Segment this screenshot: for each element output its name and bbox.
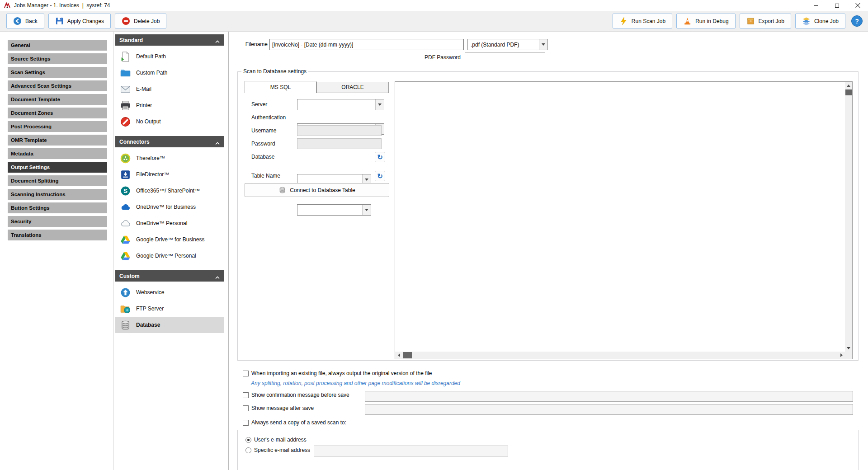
email-icon [120, 84, 131, 95]
database-icon [278, 186, 286, 194]
output-settings-main: Filename .pdf (Standard PDF) PDF Passwor… [229, 32, 868, 470]
filename-input[interactable] [269, 39, 464, 50]
webservice-icon [120, 287, 131, 298]
refresh-databases-button[interactable]: ↻ [375, 152, 385, 162]
sidebar-item-document-splitting[interactable]: Document Splitting [8, 175, 107, 186]
back-icon [13, 17, 22, 25]
output-item-filedirector[interactable]: FileDirector™ [115, 166, 224, 183]
back-label: Back [25, 18, 38, 24]
onedrive-business-icon [120, 202, 131, 213]
collapse-chevron-icon[interactable] [215, 38, 220, 42]
sidebar-item-advanced-scan-settings[interactable]: Advanced Scan Settings [8, 80, 107, 91]
output-group-header-standard[interactable]: Standard [115, 34, 224, 46]
user-email-radio[interactable] [245, 437, 251, 443]
sidebar-item-scan-settings[interactable]: Scan Settings [8, 67, 107, 78]
apply-changes-label: Apply Changes [67, 18, 104, 24]
connect-to-database-button[interactable]: Connect to Database Table [245, 183, 389, 197]
output-group-header-connectors[interactable]: Connectors [115, 136, 224, 147]
scroll-right-button[interactable] [838, 352, 845, 359]
output-item-database[interactable]: Database [115, 317, 224, 333]
sidebar-item-omr-template[interactable]: OMR Template [8, 135, 107, 146]
output-item-ftp-server[interactable]: FTP Server [115, 301, 224, 317]
server-dropdown[interactable] [297, 99, 384, 110]
run-scan-job-button[interactable]: Run Scan Job [613, 14, 672, 28]
scroll-down-button[interactable] [845, 344, 852, 352]
scan-to-database-groupbox: Scan to Database settings MS SQL ORACLE … [237, 71, 859, 361]
export-job-button[interactable]: Export Job [740, 14, 791, 28]
sidebar-item-document-zones[interactable]: Document Zones [8, 108, 107, 118]
authentication-label: Authentication [251, 112, 295, 123]
message-after-save-checkbox[interactable] [243, 405, 249, 411]
sidebar-item-output-settings[interactable]: Output Settings [8, 162, 107, 173]
user-email-option: User's e-mail address [245, 437, 307, 443]
sidebar-item-post-processing[interactable]: Post Processing [8, 121, 107, 132]
vertical-scrollbar[interactable] [845, 82, 852, 352]
file-format-value: .pdf (Standard PDF) [471, 42, 519, 48]
specific-email-radio[interactable] [245, 447, 251, 453]
apply-changes-button[interactable]: Apply Changes [48, 14, 111, 28]
output-item-google-drive-business[interactable]: Google Drive™ for Business [115, 231, 224, 248]
sidebar-item-translations[interactable]: Translations [8, 230, 107, 240]
group-gap [115, 264, 224, 270]
output-group-title: Custom [119, 273, 140, 279]
message-after-save-input [365, 404, 853, 415]
help-button[interactable]: ? [851, 15, 863, 27]
connect-to-database-label: Connect to Database Table [290, 187, 355, 193]
sidebar-item-document-template[interactable]: Document Template [8, 94, 107, 105]
output-item-printer[interactable]: Printer [115, 97, 224, 113]
collapse-chevron-icon[interactable] [215, 140, 220, 144]
output-item-onedrive-personal[interactable]: OneDrive™ Personal [115, 215, 224, 231]
close-button[interactable] [847, 0, 868, 11]
tab-oracle[interactable]: ORACLE [316, 82, 389, 93]
output-item-google-drive-personal[interactable]: Google Drive™ Personal [115, 248, 224, 264]
tab-mssql[interactable]: MS SQL [245, 81, 316, 93]
confirm-save-checkbox[interactable] [243, 392, 249, 398]
output-item-no-output[interactable]: No Output [115, 113, 224, 130]
import-original-checkbox[interactable] [243, 371, 249, 376]
output-item-label: Default Path [136, 53, 166, 60]
output-item-webservice[interactable]: Webservice [115, 284, 224, 301]
output-item-default-path[interactable]: Default Path [115, 48, 224, 65]
horizontal-scrollbar[interactable] [395, 352, 845, 359]
back-button[interactable]: Back [6, 14, 44, 28]
sidebar-item-button-settings[interactable]: Button Settings [8, 202, 107, 213]
specific-email-label: Specific e-mail address [254, 447, 310, 453]
output-item-sharepoint[interactable]: S Office365™/ SharePoint™ [115, 183, 224, 199]
vertical-scroll-thumb[interactable] [845, 89, 852, 95]
database-label: Database [251, 151, 295, 163]
scroll-left-button[interactable] [395, 352, 402, 359]
output-item-label: Webservice [136, 289, 164, 296]
output-item-email[interactable]: E-Mail [115, 81, 224, 97]
horizontal-scroll-thumb[interactable] [403, 352, 412, 358]
delete-job-label: Delete Job [134, 18, 160, 24]
output-item-custom-path[interactable]: Custom Path [115, 65, 224, 81]
specific-email-option: Specific e-mail address [245, 447, 310, 453]
minimize-button[interactable] [806, 0, 826, 11]
sidebar-item-security[interactable]: Security [8, 216, 107, 227]
collapse-chevron-icon[interactable] [215, 274, 220, 278]
pdf-password-input[interactable] [465, 52, 545, 63]
sidebar-item-metadata[interactable]: Metadata [8, 148, 107, 159]
output-group-header-custom[interactable]: Custom [115, 270, 224, 282]
run-in-debug-button[interactable]: Run in Debug [676, 14, 735, 28]
sidebar-item-general[interactable]: General [8, 40, 107, 51]
file-format-dropdown[interactable]: .pdf (Standard PDF) [467, 39, 548, 50]
send-copy-checkbox[interactable] [243, 420, 249, 426]
clone-job-button[interactable]: Clone Job [795, 14, 845, 28]
sidebar-item-scanning-instructions[interactable]: Scanning Instructions [8, 189, 107, 200]
onedrive-personal-icon [120, 218, 131, 229]
table-name-dropdown[interactable] [297, 204, 371, 216]
output-item-therefore[interactable]: Therefore™ [115, 150, 224, 166]
svg-text:S: S [123, 188, 127, 194]
sidebar-item-source-settings[interactable]: Source Settings [8, 53, 107, 64]
export-job-label: Export Job [759, 18, 784, 24]
delete-job-button[interactable]: Delete Job [115, 14, 166, 28]
maximize-button[interactable] [826, 0, 847, 11]
save-icon [55, 17, 64, 25]
window-controls [806, 0, 868, 11]
refresh-tables-button[interactable]: ↻ [375, 171, 385, 181]
username-label: Username [251, 125, 295, 136]
output-item-onedrive-business[interactable]: OneDrive™ for Business [115, 199, 224, 215]
output-type-panel: Standard Default Path Custom Path E-Mail… [113, 32, 229, 470]
scroll-up-button[interactable] [845, 82, 852, 89]
